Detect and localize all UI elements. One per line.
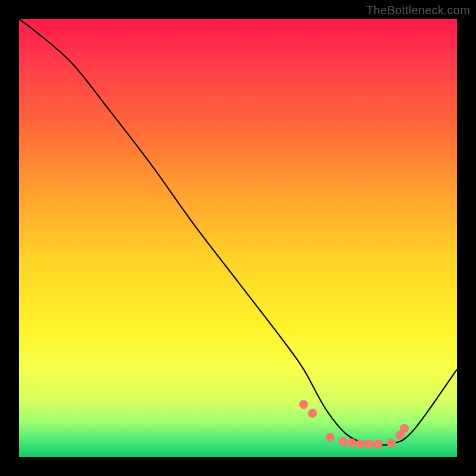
marker-group: [299, 400, 409, 448]
marker-dot: [374, 439, 383, 448]
bottleneck-curve: [19, 19, 457, 445]
marker-dot: [365, 439, 374, 448]
plot-area: [19, 19, 457, 457]
marker-dot: [356, 439, 365, 448]
marker-dot: [347, 439, 356, 447]
marker-dot: [387, 439, 396, 447]
watermark-text: TheBottleneck.com: [366, 4, 470, 17]
marker-dot: [339, 437, 347, 446]
marker-dot: [299, 400, 308, 409]
chart-frame: TheBottleneck.com: [0, 0, 476, 476]
marker-dot: [325, 433, 334, 441]
chart-svg: [19, 19, 457, 457]
marker-dot: [400, 424, 409, 433]
marker-dot: [308, 409, 317, 418]
